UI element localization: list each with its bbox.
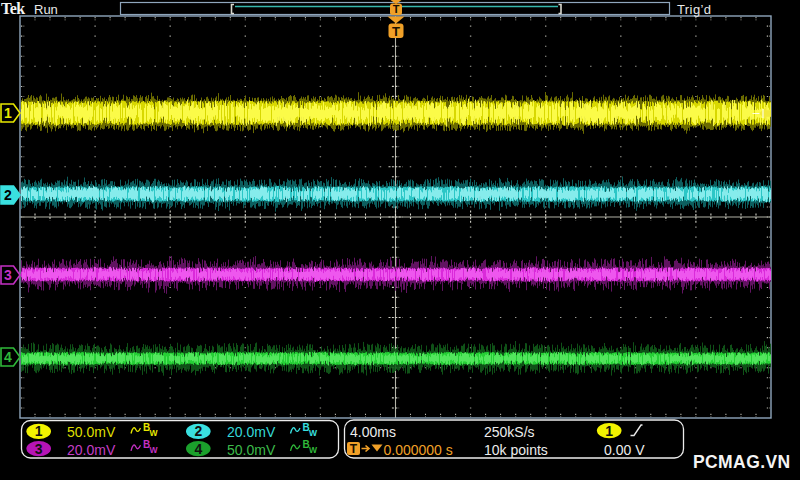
svg-text:1: 1 — [4, 105, 12, 121]
svg-text:T: T — [392, 24, 400, 39]
svg-text:3: 3 — [35, 441, 43, 457]
svg-text:W: W — [309, 445, 318, 455]
svg-text:1: 1 — [605, 423, 613, 439]
svg-text:W: W — [150, 445, 159, 455]
svg-text:T: T — [350, 442, 358, 456]
svg-text:2: 2 — [4, 187, 12, 203]
svg-text:4: 4 — [194, 441, 202, 457]
svg-text:3: 3 — [4, 267, 12, 283]
svg-text:4: 4 — [4, 349, 12, 365]
svg-text:W: W — [150, 428, 159, 438]
svg-text:1: 1 — [35, 423, 43, 439]
svg-text:2: 2 — [194, 423, 202, 439]
svg-text:W: W — [309, 428, 318, 438]
svg-text:T: T — [393, 3, 400, 15]
